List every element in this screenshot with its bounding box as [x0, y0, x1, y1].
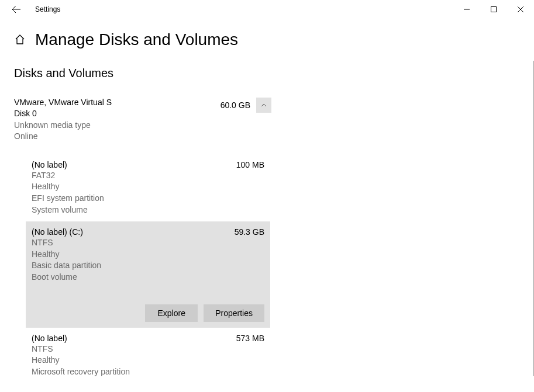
- volume-actions: Explore Properties: [32, 304, 264, 322]
- volume-health: Healthy: [32, 181, 264, 193]
- volume-fs: NTFS: [32, 344, 264, 355]
- disk-block: VMware, VMware Virtual S Disk 0 Unknown …: [14, 98, 271, 383]
- volume-size: 59.3 GB: [235, 227, 264, 237]
- close-icon: [518, 6, 523, 12]
- volume-name: (No label): [32, 334, 67, 343]
- volume-size: 100 MB: [236, 160, 264, 169]
- home-icon: [14, 34, 26, 46]
- volume-voltype: System volume: [32, 204, 264, 216]
- page-content: Manage Disks and Volumes Disks and Volum…: [0, 19, 532, 392]
- volume-name: (No label) (C:): [32, 227, 83, 237]
- collapse-button[interactable]: [256, 98, 271, 113]
- section-title: Disks and Volumes: [14, 67, 518, 80]
- volume-name: (No label): [32, 160, 67, 169]
- disk-name: VMware, VMware Virtual S: [14, 98, 221, 107]
- window-title: Settings: [35, 5, 60, 13]
- volume-item[interactable]: (No label) 573 MB NTFS Healthy Microsoft…: [26, 328, 270, 384]
- volume-meta: NTFS Healthy Microsoft recovery partitio…: [32, 344, 264, 378]
- back-button[interactable]: [5, 0, 28, 19]
- svg-rect-0: [491, 7, 497, 12]
- disk-size: 60.0 GB: [221, 100, 250, 110]
- volume-voltype: Boot volume: [32, 272, 264, 283]
- disk-media: Unknown media type: [14, 120, 221, 131]
- volume-ptype: Basic data partition: [32, 260, 264, 272]
- volume-fs: FAT32: [32, 170, 264, 182]
- page-header: Manage Disks and Volumes: [14, 30, 518, 49]
- volume-fs: NTFS: [32, 237, 264, 249]
- volume-ptype: EFI system partition: [32, 193, 264, 204]
- volume-health: Healthy: [32, 249, 264, 261]
- titlebar: Settings: [0, 0, 534, 19]
- explore-button[interactable]: Explore: [145, 304, 198, 322]
- maximize-button[interactable]: [480, 0, 507, 19]
- volume-meta: FAT32 Healthy EFI system partition Syste…: [32, 170, 264, 216]
- disk-status: Online: [14, 131, 221, 143]
- volume-meta: NTFS Healthy Basic data partition Boot v…: [32, 237, 264, 283]
- arrow-left-icon: [12, 5, 21, 14]
- volume-item[interactable]: (No label) (C:) 59.3 GB NTFS Healthy Bas…: [26, 221, 270, 327]
- volume-list: (No label) 100 MB FAT32 Healthy EFI syst…: [14, 154, 271, 384]
- minimize-icon: [464, 6, 470, 12]
- disk-meta: Disk 0 Unknown media type Online: [14, 108, 221, 143]
- chevron-up-icon: [260, 102, 267, 109]
- volume-item[interactable]: (No label) 100 MB FAT32 Healthy EFI syst…: [26, 154, 270, 221]
- volume-ptype: Microsoft recovery partition: [32, 366, 264, 378]
- page-title: Manage Disks and Volumes: [35, 30, 238, 49]
- volume-size: 573 MB: [236, 334, 264, 343]
- window-controls: [453, 0, 534, 19]
- home-button[interactable]: [14, 34, 26, 46]
- disk-id: Disk 0: [14, 108, 221, 120]
- maximize-icon: [491, 6, 497, 12]
- disk-header[interactable]: VMware, VMware Virtual S Disk 0 Unknown …: [14, 98, 271, 143]
- minimize-button[interactable]: [453, 0, 480, 19]
- volume-health: Healthy: [32, 355, 264, 366]
- properties-button[interactable]: Properties: [204, 304, 264, 322]
- close-button[interactable]: [507, 0, 534, 19]
